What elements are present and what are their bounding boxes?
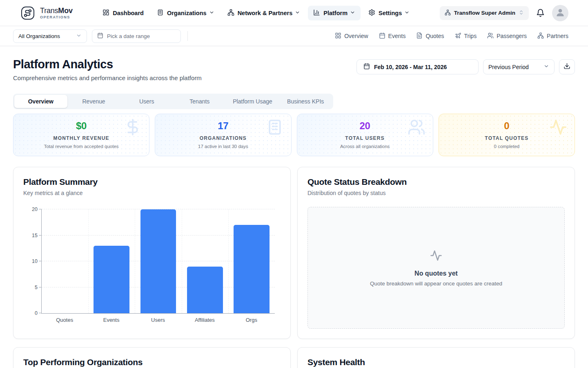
export-button[interactable]	[559, 59, 575, 74]
nav-label: Settings	[379, 10, 402, 16]
x-tick-label: Quotes	[56, 317, 73, 323]
x-tick-label: Orgs	[246, 317, 257, 323]
stat-sub: 17 active in last 30 days	[162, 144, 284, 149]
chevron-down-icon	[295, 10, 300, 16]
bell-icon[interactable]	[536, 9, 545, 17]
nav-label: Platform	[323, 10, 347, 16]
tab-business-kpis[interactable]: Business KPIs	[279, 95, 332, 108]
header-controls: Feb 10, 2026 - Mar 11, 2026 Previous Per…	[356, 59, 575, 74]
link-events[interactable]: Events	[379, 32, 406, 40]
link-label: Partners	[547, 33, 568, 39]
calendar-icon	[363, 63, 370, 71]
tab-tenants[interactable]: Tenants	[173, 95, 226, 108]
x-tick-label: Affiliates	[195, 317, 215, 323]
chevron-down-icon	[543, 63, 549, 70]
stat-label: MONTHLY REVENUE	[20, 135, 143, 141]
avatar[interactable]	[552, 5, 568, 21]
x-tick-label: Users	[151, 317, 165, 323]
quote-status-card: Quote Status Breakdown Distribution of q…	[297, 167, 575, 339]
v-gridline	[88, 209, 89, 313]
brand-name: TransMov	[40, 7, 73, 14]
quotes-empty-state: No quotes yet Quote breakdown will appea…	[307, 207, 565, 329]
bar-affiliates	[187, 267, 223, 313]
y-tick-label: 20	[23, 206, 38, 212]
y-tick-label: 5	[23, 285, 38, 290]
stat-card-total-users: 20 TOTAL USERS Across all organizations	[297, 114, 433, 156]
brand[interactable]: TransMov OPERATIONS	[20, 5, 73, 21]
y-tick-label: 10	[23, 258, 38, 264]
link-partners[interactable]: Partners	[537, 32, 568, 40]
calendar-icon	[97, 32, 103, 40]
bar-chart-plot: 05101520	[41, 209, 275, 314]
bar-chart: 05101520 QuotesEventsUsersAffiliatesOrgs	[23, 209, 281, 325]
filter-bar: All Organizations Pick a date range Over…	[0, 26, 588, 46]
analytics-tabs: Overview Revenue Users Tenants Platform …	[13, 94, 333, 109]
y-tick-mark	[39, 209, 42, 209]
x-tick-label: Events	[103, 317, 120, 323]
link-quotes[interactable]: Quotes	[416, 32, 444, 40]
nav-item-organizations[interactable]: Organizations	[151, 6, 220, 20]
link-overview[interactable]: Overview	[335, 32, 368, 40]
chevrons-up-down-icon	[519, 10, 524, 16]
y-tick-mark	[39, 313, 42, 313]
main-content: Platform Analytics Comprehensive metrics…	[0, 46, 588, 368]
bar-chart-xlabels: QuotesEventsUsersAffiliatesOrgs	[41, 317, 275, 325]
date-range-button[interactable]: Feb 10, 2026 - Mar 11, 2026	[356, 59, 479, 74]
stat-card-organizations: 17 ORGANIZATIONS 17 active in last 30 da…	[155, 114, 291, 156]
nav-item-dashboard[interactable]: Dashboard	[97, 6, 149, 20]
stat-sub: 0 completed	[445, 144, 568, 149]
file-text-icon	[416, 32, 423, 40]
link-label: Trips	[464, 33, 477, 39]
charts-row: Platform Summary Key metrics at a glance…	[13, 167, 575, 339]
date-range-picker[interactable]: Pick a date range	[92, 29, 181, 43]
y-tick-label: 15	[23, 233, 38, 238]
date-range-value: Feb 10, 2026 - Mar 11, 2026	[374, 64, 447, 70]
page-title: Platform Analytics	[13, 58, 202, 71]
y-tick-label: 0	[23, 310, 38, 316]
nav-item-platform[interactable]: Platform	[308, 6, 361, 20]
card-subtitle: Distribution of quotes by status	[307, 190, 565, 196]
network-icon	[537, 32, 544, 40]
period-select[interactable]: Previous Period	[483, 59, 555, 74]
nav-label: Dashboard	[113, 10, 144, 16]
bar-chart-icon	[313, 9, 320, 17]
filter-bar-links: Overview Events Quotes Trips Passengers …	[335, 32, 568, 40]
date-range-placeholder: Pick a date range	[107, 33, 150, 39]
tab-users[interactable]: Users	[120, 95, 173, 108]
empty-state-subtitle: Quote breakdown will appear once quotes …	[370, 280, 502, 287]
tab-platform-usage[interactable]: Platform Usage	[226, 95, 279, 108]
main-nav: Dashboard Organizations Network & Partne…	[97, 6, 415, 20]
link-label: Overview	[344, 33, 368, 39]
bar-users	[140, 209, 176, 313]
tab-overview[interactable]: Overview	[14, 95, 67, 108]
user-icon	[555, 7, 566, 19]
link-passengers[interactable]: Passengers	[487, 32, 527, 40]
organization-select[interactable]: All Organizations	[13, 29, 87, 43]
role-selector[interactable]: Transflow Super Admin	[440, 6, 529, 20]
page-header: Platform Analytics Comprehensive metrics…	[13, 58, 575, 81]
calendar-icon	[379, 32, 385, 40]
tab-revenue[interactable]: Revenue	[67, 95, 120, 108]
stat-value: 20	[304, 120, 426, 132]
top-navigation: TransMov OPERATIONS Dashboard Organizati…	[0, 0, 588, 26]
link-trips[interactable]: Trips	[455, 32, 477, 40]
divider	[187, 31, 188, 41]
building-icon	[157, 9, 164, 17]
nav-right: Transflow Super Admin	[440, 5, 568, 21]
stat-value: $0	[20, 120, 143, 132]
link-label: Passengers	[497, 33, 527, 39]
card-title: Top Performing Organizations	[23, 357, 281, 367]
filter-bar-left: All Organizations Pick a date range	[13, 29, 188, 43]
nav-item-network-partners[interactable]: Network & Partners	[222, 6, 306, 20]
gear-icon	[368, 9, 375, 17]
card-title: System Health	[307, 357, 565, 367]
bar-events	[94, 246, 129, 313]
stat-label: ORGANIZATIONS	[162, 135, 284, 141]
top-performing-orgs-card: Top Performing Organizations	[13, 347, 291, 368]
nav-item-settings[interactable]: Settings	[363, 6, 415, 20]
organization-select-value: All Organizations	[18, 33, 60, 39]
chevron-down-icon	[404, 10, 410, 16]
stat-value: 0	[445, 120, 568, 132]
stat-cards-row: $0 MONTHLY REVENUE Total revenue from ac…	[13, 114, 575, 156]
link-label: Events	[388, 33, 406, 39]
